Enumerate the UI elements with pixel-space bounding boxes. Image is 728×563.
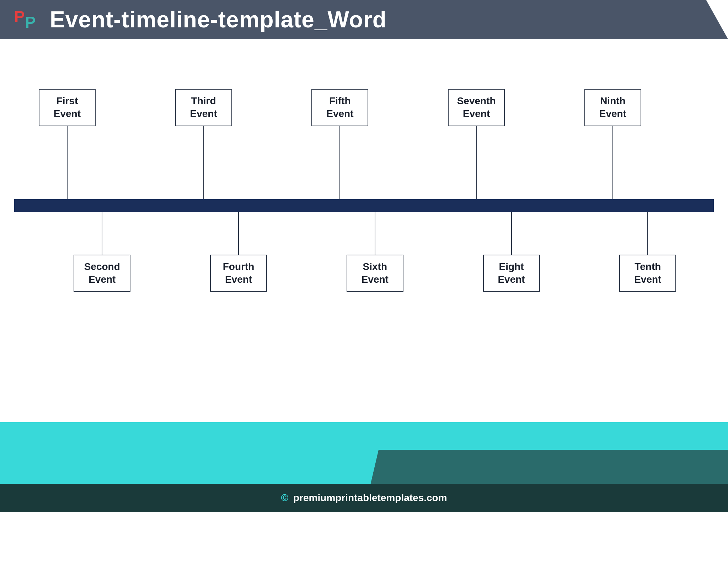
event-sixth-below: SixthEvent: [347, 212, 403, 292]
logo-p1: P: [14, 9, 25, 25]
event-second-below: SecondEvent: [74, 212, 130, 292]
connector-third-top: [203, 126, 204, 199]
footer-text-bar: © premiumprintabletemplates.com: [0, 484, 728, 512]
event-box-fourth: FourthEvent: [210, 255, 267, 292]
timeline-area: FirstEvent ThirdEvent FifthEvent Seventh…: [14, 89, 714, 338]
connector-fourth-bottom: [238, 212, 239, 255]
event-fourth-below: FourthEvent: [210, 212, 267, 292]
connector-first-top: [67, 126, 68, 199]
event-box-ninth: NinthEvent: [584, 89, 641, 126]
timeline-bar: [14, 199, 714, 212]
connector-sixth-bottom: [375, 212, 375, 255]
event-box-sixth: SixthEvent: [347, 255, 403, 292]
event-eight-below: EightEvent: [483, 212, 540, 292]
footer-url: premiumprintabletemplates.com: [293, 492, 447, 504]
footer: © premiumprintabletemplates.com: [0, 422, 728, 512]
connector-ninth-top: [612, 126, 613, 199]
connector-fifth-top: [339, 126, 340, 199]
event-box-fifth: FifthEvent: [311, 89, 368, 126]
footer-copyright-symbol: ©: [281, 492, 288, 504]
connector-second-bottom: [102, 212, 102, 255]
event-box-eight: EightEvent: [483, 255, 540, 292]
connector-eight-bottom: [511, 212, 512, 255]
event-seventh-above: SeventhEvent: [448, 89, 505, 199]
header: P P Event-timeline-template_Word: [0, 0, 728, 39]
event-first-above: FirstEvent: [39, 89, 96, 199]
logo: P P: [14, 9, 36, 30]
event-box-seventh: SeventhEvent: [448, 89, 505, 126]
event-ninth-above: NinthEvent: [584, 89, 641, 199]
logo-p2: P: [25, 15, 36, 30]
event-tenth-below: TenthEvent: [619, 212, 676, 292]
main-content: FirstEvent ThirdEvent FifthEvent Seventh…: [0, 39, 728, 512]
page-title: Event-timeline-template_Word: [50, 6, 387, 33]
event-box-second: SecondEvent: [74, 255, 130, 292]
event-box-first: FirstEvent: [39, 89, 96, 126]
event-box-tenth: TenthEvent: [619, 255, 676, 292]
connector-tenth-bottom: [647, 212, 648, 255]
event-box-third: ThirdEvent: [175, 89, 232, 126]
event-fifth-above: FifthEvent: [311, 89, 368, 199]
connector-seventh-top: [476, 126, 477, 199]
event-third-above: ThirdEvent: [175, 89, 232, 199]
